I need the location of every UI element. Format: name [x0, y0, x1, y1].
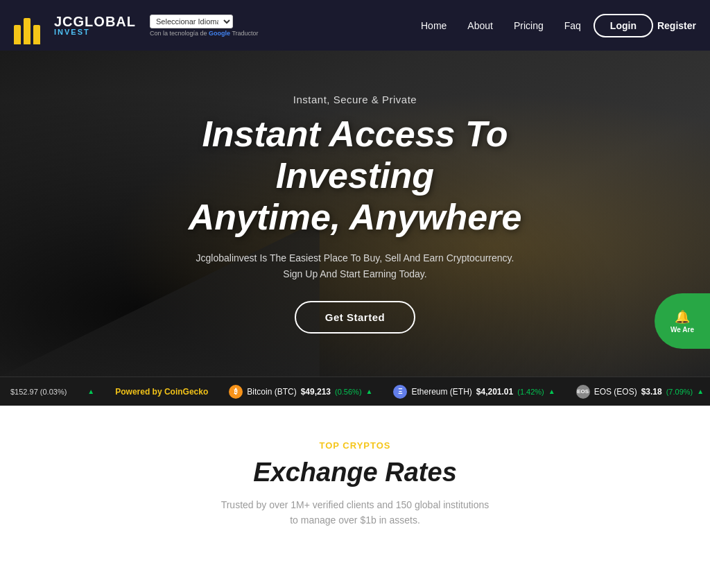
eos-icon: EOS: [576, 385, 590, 399]
get-started-button[interactable]: Get Started: [295, 301, 415, 334]
eth-icon: Ξ: [393, 385, 407, 399]
hero-description: Jcglobalinvest Is The Easiest Place To B…: [144, 250, 566, 282]
translate-prefix: Con la tecnología de: [150, 30, 209, 37]
section-description: Trusted by over 1M+ verified clients and…: [216, 497, 494, 528]
login-button[interactable]: Login: [594, 14, 653, 37]
language-select[interactable]: Seleccionar Idioma: [150, 15, 233, 28]
hero-desc-line1: Jcglobalinvest Is The Easiest Place To B…: [196, 252, 514, 263]
ticker-powered: Powered by CoinGecko: [115, 387, 208, 397]
ticker-item-eos: EOS EOS (EOS) $3.18 (7.09%) ▲: [576, 385, 704, 399]
translate-area: Seleccionar Idioma Con la tecnología de …: [150, 15, 259, 37]
nav-faq[interactable]: Faq: [556, 16, 589, 35]
badge-text: We Are: [670, 326, 694, 334]
section-title: Exchange Rates: [14, 458, 696, 487]
hero-section: Instant, Secure & Private Instant Access…: [0, 51, 710, 377]
nav-home[interactable]: Home: [413, 16, 455, 35]
logo-name-bottom: INVEST: [54, 28, 136, 36]
bell-icon: 🔔: [675, 309, 690, 325]
btc-change: (0.56%): [335, 388, 362, 396]
eth-arrow: ▲: [548, 388, 555, 395]
translate-brand: Google: [209, 30, 230, 37]
eth-change: (1.42%): [517, 388, 544, 396]
ticker-prev-arrow: ▲: [87, 388, 94, 395]
nav-about[interactable]: About: [459, 16, 501, 35]
logo-bar-2: [24, 18, 31, 44]
eos-change: (7.09%): [666, 388, 693, 396]
exchange-section: Top Cryptos Exchange Rates Trusted by ov…: [0, 406, 710, 549]
ticker-bar: $152.97 (0.03%) ▲ Powered by CoinGecko ₿…: [0, 377, 710, 406]
translate-suffix: Traductor: [230, 30, 259, 37]
logo-text: JCGLOBAL INVEST: [54, 15, 136, 36]
btc-price: $49,213: [301, 387, 331, 397]
hero-content: Instant, Secure & Private Instant Access…: [130, 80, 580, 347]
eos-name: EOS (EOS): [594, 387, 637, 397]
translate-powered: Con la tecnología de Google Traductor: [150, 30, 259, 37]
hero-desc-line2: Sign Up And Start Earning Today.: [283, 268, 426, 279]
btc-name: Bitcoin (BTC): [247, 387, 296, 397]
btc-arrow: ▲: [366, 388, 373, 395]
section-tag: Top Cryptos: [14, 440, 696, 451]
ticker-item-btc: ₿ Bitcoin (BTC) $49,213 (0.56%) ▲: [229, 385, 372, 399]
hero-subtitle: Instant, Secure & Private: [144, 94, 566, 105]
eth-price: $4,201.01: [476, 387, 513, 397]
we-are-badge: 🔔 We Are: [655, 293, 710, 349]
hero-title-line2: Anytime, Anywhere: [189, 197, 522, 237]
coingecko-brand: CoinGecko: [164, 387, 208, 397]
header: JCGLOBAL INVEST Seleccionar Idioma Con l…: [0, 0, 710, 51]
register-button[interactable]: Register: [657, 20, 696, 31]
logo-name-top: JCGLOBAL: [54, 15, 136, 28]
eth-name: Ethereum (ETH): [411, 387, 471, 397]
main-nav: Home About Pricing Faq Login Register: [413, 14, 696, 37]
ticker-inner: $152.97 (0.03%) ▲ Powered by CoinGecko ₿…: [0, 385, 710, 399]
ticker-powered-prefix: Powered by: [115, 387, 164, 397]
ticker-prev-value: $152.97 (0.03%): [10, 388, 67, 396]
header-left: JCGLOBAL INVEST Seleccionar Idioma Con l…: [14, 6, 259, 44]
eos-price: $3.18: [641, 387, 662, 397]
ticker-item-eth: Ξ Ethereum (ETH) $4,201.01 (1.42%) ▲: [393, 385, 555, 399]
hero-title: Instant Access To Investing Anytime, Any…: [144, 114, 566, 238]
btc-icon: ₿: [229, 385, 243, 399]
logo-icon: [14, 6, 49, 44]
eos-arrow: ▲: [697, 388, 704, 395]
logo-bar-1: [14, 25, 21, 44]
logo-bar-3: [33, 25, 40, 44]
hero-title-line1: Instant Access To Investing: [202, 114, 508, 196]
nav-pricing[interactable]: Pricing: [505, 16, 552, 35]
logo[interactable]: JCGLOBAL INVEST: [14, 6, 136, 44]
